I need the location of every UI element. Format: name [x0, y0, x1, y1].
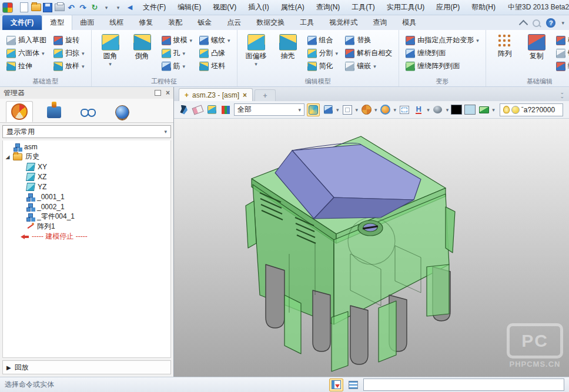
- tree-item-0001[interactable]: _0001_1: [3, 192, 170, 202]
- shaded-display-button[interactable]: [322, 104, 334, 116]
- face-offset-button[interactable]: 面偏移▾: [242, 33, 270, 68]
- menu-edit[interactable]: 编辑(E): [172, 1, 206, 14]
- save-button[interactable]: [42, 2, 53, 13]
- divide-button[interactable]: 分割▾: [306, 48, 340, 59]
- chamfer-button[interactable]: 倒角: [128, 33, 156, 62]
- shell-button[interactable]: 抽壳: [274, 33, 302, 62]
- open-file-button[interactable]: [31, 2, 41, 13]
- dropdown-arrow-icon[interactable]: ▾: [394, 108, 397, 112]
- render-mode-button[interactable]: [380, 104, 391, 116]
- tab-wireframe[interactable]: 线框: [102, 15, 131, 30]
- box-button[interactable]: 六面体▾: [5, 48, 48, 59]
- tab-pointcloud[interactable]: 点云: [219, 15, 249, 30]
- expand-arrow-icon[interactable]: ◢: [5, 154, 10, 160]
- tab-repair[interactable]: 修复: [131, 15, 160, 30]
- entity-filter-select[interactable]: 全部 ▾: [234, 103, 304, 116]
- tree-item-xz[interactable]: XZ: [3, 172, 170, 182]
- loft-button[interactable]: 放样▾: [52, 61, 86, 72]
- simplify-button[interactable]: 简化: [306, 61, 340, 72]
- menu-view[interactable]: 视图(V): [207, 1, 242, 14]
- dropdown-arrow-icon[interactable]: ▾: [374, 108, 377, 112]
- tree-item-asm[interactable]: asm: [3, 142, 170, 152]
- playback-bar[interactable]: ▶ 回放: [2, 360, 171, 374]
- dropdown-arrow-icon[interactable]: ▾: [427, 108, 430, 112]
- align-plane-button[interactable]: H: [413, 104, 424, 116]
- tree-item-0002[interactable]: _0002_1: [3, 202, 170, 212]
- print-button[interactable]: [54, 2, 65, 13]
- tab-history-manager[interactable]: [6, 101, 33, 122]
- regen-button[interactable]: ↻: [89, 2, 100, 13]
- light-setting-field[interactable]: ˉa?2?0000: [500, 103, 563, 116]
- tab-visualstyle[interactable]: 视觉样式: [322, 15, 365, 30]
- tab-sheetmetal[interactable]: 钣金: [190, 15, 219, 30]
- combine-button[interactable]: 组合: [306, 35, 340, 46]
- draft-button[interactable]: 拔模▾: [160, 35, 195, 46]
- background-black-swatch[interactable]: [451, 105, 462, 115]
- help-dropdown-icon[interactable]: ▾: [561, 21, 564, 25]
- wireframe-display-button[interactable]: [342, 104, 353, 116]
- menu-inquire[interactable]: 查询(N): [311, 1, 346, 14]
- qat-customize-dropdown[interactable]: ▾: [113, 2, 123, 13]
- hole-button[interactable]: 孔▾: [160, 48, 195, 59]
- stock-button[interactable]: 坯料: [198, 61, 232, 72]
- move-button[interactable]: 移动▾: [554, 35, 569, 46]
- viewport-3d[interactable]: PC PHPCMS.CN: [174, 119, 569, 377]
- dropdown-arrow-icon[interactable]: ▾: [356, 108, 359, 112]
- tab-mold[interactable]: 模具: [394, 15, 424, 30]
- color-filter-button[interactable]: [220, 104, 232, 116]
- thread-button[interactable]: 螺纹▾: [198, 35, 232, 46]
- filter-list-button[interactable]: [329, 378, 343, 391]
- tab-close-icon[interactable]: ×: [243, 91, 247, 99]
- menu-file[interactable]: 文件(F): [138, 1, 171, 14]
- tab-tools[interactable]: 工具: [292, 15, 322, 30]
- tree-item-pattern1[interactable]: 阵列1: [3, 222, 170, 232]
- new-file-button[interactable]: [19, 2, 29, 13]
- appearance-button[interactable]: [432, 104, 444, 116]
- escape-button[interactable]: [178, 104, 189, 116]
- menu-attributes[interactable]: 属性(A): [276, 1, 310, 14]
- rib-button[interactable]: 筋▾: [160, 61, 195, 72]
- menu-utilities[interactable]: 实用工具(U): [381, 1, 430, 14]
- command-list-button[interactable]: [347, 379, 360, 391]
- dropdown-arrow-icon[interactable]: ▾: [336, 108, 339, 112]
- tab-dataexchange[interactable]: 数据交换: [249, 15, 292, 30]
- regen-dropdown[interactable]: ▾: [101, 2, 112, 13]
- background-blue-swatch[interactable]: [464, 105, 476, 115]
- erase-button[interactable]: [192, 104, 203, 116]
- resolve-self-intersect-button[interactable]: 解析自相交: [343, 48, 394, 59]
- replace-button[interactable]: 替换: [343, 35, 394, 46]
- new-tab-button[interactable]: +: [255, 89, 276, 101]
- scale-button[interactable]: 缩放: [554, 61, 569, 72]
- inlay-button[interactable]: 镶嵌▾: [343, 61, 394, 72]
- flange-button[interactable]: 凸缘: [198, 48, 232, 59]
- face-color-button[interactable]: [478, 104, 490, 116]
- tree-filter-select[interactable]: 显示常用 ▾: [2, 125, 171, 138]
- tree-item-xy[interactable]: XY: [3, 162, 170, 172]
- tab-scroll-icon[interactable]: ⌄⌄: [555, 91, 569, 101]
- tree-item-yz[interactable]: YZ: [3, 182, 170, 192]
- undo-button[interactable]: ↶: [66, 2, 76, 13]
- mirror-button[interactable]: 镜像: [554, 48, 569, 59]
- dropdown-arrow-icon[interactable]: ▾: [446, 108, 449, 112]
- wrap-to-face-button[interactable]: 缠绕到面: [404, 48, 481, 59]
- revolve-button[interactable]: 旋转: [52, 35, 86, 46]
- tree-item-part004[interactable]: _零件004_1: [3, 212, 170, 222]
- panel-restore-icon[interactable]: [155, 90, 161, 96]
- panel-close-icon[interactable]: ×: [166, 89, 170, 97]
- menu-tools[interactable]: 工具(T): [346, 1, 380, 14]
- tab-inquire[interactable]: 查询: [365, 15, 394, 30]
- redo-button[interactable]: ↷: [78, 2, 88, 13]
- tab-assembly[interactable]: 装配: [160, 15, 190, 30]
- dropdown-arrow-icon[interactable]: ▾: [492, 108, 495, 112]
- fillet-button[interactable]: 圆角▾: [96, 33, 125, 68]
- wrap-pattern-to-face-button[interactable]: 缠绕阵列到面: [404, 61, 481, 72]
- insert-sketch-button[interactable]: 插入草图: [5, 35, 48, 46]
- document-tab[interactable]: + asm.Z3 - [asm] ×: [179, 88, 253, 101]
- ribbon-collapse-icon[interactable]: [519, 19, 528, 29]
- menu-help[interactable]: 帮助(H): [466, 1, 501, 14]
- paste-face-button[interactable]: [206, 104, 217, 116]
- tab-visibility-manager[interactable]: [75, 102, 101, 122]
- standard-views-button[interactable]: [360, 104, 372, 116]
- menu-applications[interactable]: 应用(P): [431, 1, 465, 14]
- sweep-button[interactable]: 扫掠▾: [52, 48, 86, 59]
